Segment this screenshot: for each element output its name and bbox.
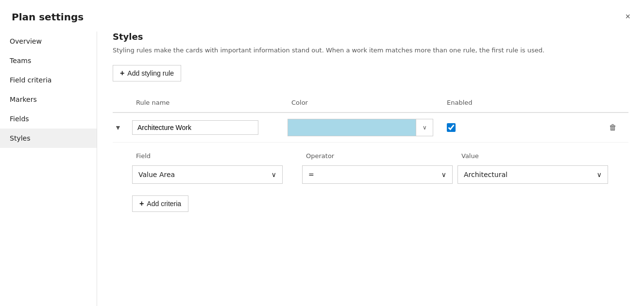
section-description: Styling rules make the cards with import… [113, 46, 598, 55]
sidebar-item-label: Teams [10, 57, 31, 64]
delete-cell: 🗑 [540, 121, 628, 134]
content-area: Styles Styling rules make the cards with… [97, 32, 644, 306]
chevron-down-icon: ∨ [423, 124, 427, 131]
criteria-row: Value Area ∨ = ∨ Architectural ∨ [132, 165, 628, 184]
value-select-value: Architectural [464, 171, 508, 178]
operator-chevron-icon: ∨ [441, 171, 446, 178]
header-actions [540, 97, 628, 108]
sidebar-item-styles[interactable]: Styles [0, 129, 97, 148]
enabled-cell [443, 123, 540, 132]
sidebar-item-label: Styles [10, 134, 30, 142]
close-button[interactable]: × [623, 10, 632, 24]
criteria-value-header: Value [458, 150, 628, 161]
operator-select-cell: = ∨ [302, 165, 458, 184]
color-cell: ∨ [288, 119, 443, 136]
rule-row: ▼ ∨ [113, 113, 628, 143]
sidebar-item-label: Markers [10, 96, 37, 103]
add-styling-rule-button[interactable]: + Add styling rule [113, 65, 181, 81]
rule-name-input[interactable] [132, 120, 258, 135]
delete-rule-button[interactable]: 🗑 [605, 121, 621, 134]
table-header: Rule name Color Enabled [113, 93, 628, 113]
header-expand [113, 97, 132, 108]
sidebar-item-label: Overview [10, 37, 42, 45]
sidebar-item-label: Field criteria [10, 76, 51, 84]
rule-name-cell [132, 120, 288, 135]
operator-select-value: = [308, 171, 314, 178]
field-select-cell: Value Area ∨ [132, 165, 302, 184]
field-select[interactable]: Value Area ∨ [132, 165, 283, 184]
plus-icon: + [139, 199, 144, 208]
sidebar-item-field-criteria[interactable]: Field criteria [0, 70, 97, 90]
value-select[interactable]: Architectural ∨ [458, 165, 608, 184]
color-picker: ∨ [288, 119, 433, 136]
modal-header: Plan settings × [0, 0, 644, 24]
criteria-section: Field Operator Value Value Area ∨ = [113, 146, 628, 212]
modal-title: Plan settings [12, 11, 84, 23]
add-rule-label: Add styling rule [127, 69, 174, 77]
enabled-checkbox[interactable] [447, 123, 456, 132]
color-dropdown-button[interactable]: ∨ [416, 119, 433, 136]
sidebar-item-fields[interactable]: Fields [0, 109, 97, 129]
section-title: Styles [113, 32, 628, 42]
modal-body: Overview Teams Field criteria Markers Fi… [0, 32, 644, 306]
chevron-down-icon: ▼ [115, 124, 121, 131]
add-criteria-label: Add criteria [147, 200, 181, 208]
value-select-cell: Architectural ∨ [458, 165, 628, 184]
criteria-field-header: Field [132, 150, 302, 161]
expand-rule-button[interactable]: ▼ [113, 122, 123, 133]
sidebar: Overview Teams Field criteria Markers Fi… [0, 32, 97, 306]
sidebar-item-overview[interactable]: Overview [0, 32, 97, 51]
header-enabled: Enabled [443, 97, 540, 108]
plan-settings-modal: Plan settings × Overview Teams Field cri… [0, 0, 644, 306]
delete-icon: 🗑 [609, 123, 617, 132]
field-chevron-icon: ∨ [271, 171, 276, 178]
sidebar-item-teams[interactable]: Teams [0, 51, 97, 70]
header-rule-name: Rule name [132, 97, 288, 108]
plus-icon: + [120, 69, 124, 78]
field-select-value: Value Area [138, 171, 175, 178]
header-color: Color [288, 97, 443, 108]
operator-select[interactable]: = ∨ [302, 165, 453, 184]
color-swatch[interactable] [288, 119, 416, 136]
add-criteria-button[interactable]: + Add criteria [132, 195, 188, 212]
expand-cell: ▼ [113, 122, 132, 133]
value-chevron-icon: ∨ [597, 171, 602, 178]
sidebar-item-markers[interactable]: Markers [0, 90, 97, 109]
sidebar-item-label: Fields [10, 115, 29, 123]
criteria-header: Field Operator Value [132, 146, 628, 165]
criteria-operator-header: Operator [302, 150, 458, 161]
